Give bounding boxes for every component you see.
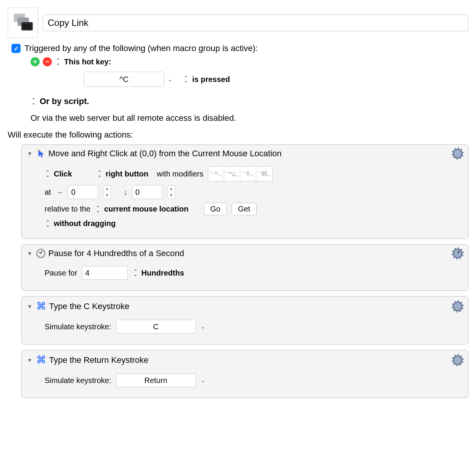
pause-duration-input[interactable] [82, 266, 128, 280]
trigger-type-popup[interactable]: This hot key: [55, 58, 111, 66]
gear-icon[interactable] [453, 301, 463, 311]
macro-name-input[interactable] [43, 14, 468, 31]
simulate-keystroke-label: Simulate keystroke: [45, 322, 111, 331]
script-trigger-popup[interactable]: Or by script. [31, 96, 89, 106]
modifier-shift[interactable]: ⇧ [240, 167, 256, 181]
cursor-click-icon [36, 149, 45, 158]
x-step-up[interactable]: ▲ [103, 186, 111, 192]
disclosure-icon[interactable]: ▼ [27, 250, 32, 256]
x-arrow-icon: → [56, 188, 63, 197]
webserver-note: Or via the web server but all remote acc… [31, 113, 468, 123]
sort-icon [45, 171, 51, 177]
y-step-up[interactable]: ▲ [167, 186, 175, 192]
relative-to-popup[interactable]: current mouse location [95, 205, 188, 213]
x-step-down[interactable]: ▼ [103, 192, 111, 199]
add-trigger-button[interactable]: + [31, 57, 40, 66]
mouse-button-popup[interactable]: right button [96, 170, 148, 178]
hotkey-action-popup[interactable]: is pressed [183, 75, 230, 84]
command-icon: ⌘ [36, 300, 46, 312]
pause-for-label: Pause for [45, 269, 77, 277]
will-execute-label: Will execute the following actions: [8, 130, 468, 140]
gear-icon[interactable] [453, 248, 463, 258]
y-step-down[interactable]: ▼ [167, 192, 175, 199]
keystroke-dropdown-icon[interactable]: ⌄ [201, 377, 205, 383]
sort-icon [96, 171, 103, 177]
action-type-return[interactable]: ▼ ⌘ Type the Return Keystroke Simulate k… [21, 350, 468, 398]
action-move-right-click[interactable]: ▼ Move and Right Click at (0,0) from the… [21, 144, 468, 239]
macro-icon[interactable] [8, 8, 38, 38]
sort-icon [132, 270, 138, 276]
action-type-c[interactable]: ▼ ⌘ Type the C Keystroke Simulate keystr… [21, 296, 468, 345]
y-arrow-icon: ↓ [124, 188, 127, 197]
go-button[interactable]: Go [204, 203, 227, 215]
svg-line-4 [37, 149, 38, 150]
enabled-checkbox[interactable] [11, 44, 21, 53]
action-title: Type the Return Keystroke [49, 355, 453, 365]
hotkey-field[interactable] [84, 72, 164, 87]
svg-rect-3 [23, 24, 31, 29]
modifier-command[interactable]: ⌘ [256, 167, 272, 181]
x-offset-input[interactable] [68, 185, 98, 199]
action-title: Move and Right Click at (0,0) from the C… [48, 149, 453, 159]
drag-popup[interactable]: without dragging [45, 219, 116, 228]
modifier-control[interactable]: ^ [208, 167, 224, 181]
at-label: at [45, 188, 51, 197]
clock-icon [36, 249, 45, 258]
relative-to-label: relative to the [45, 205, 90, 213]
gear-icon[interactable] [453, 149, 463, 159]
get-button[interactable]: Get [232, 203, 257, 215]
simulate-keystroke-label: Simulate keystroke: [45, 376, 111, 385]
disclosure-icon[interactable]: ▼ [27, 151, 32, 157]
disclosure-icon[interactable]: ▼ [27, 357, 32, 363]
action-title: Pause for 4 Hundredths of a Second [48, 248, 453, 258]
with-modifiers-label: with modifiers [157, 170, 203, 178]
sort-icon [55, 59, 61, 65]
sort-icon [183, 76, 189, 82]
y-stepper[interactable]: ▲ ▼ [167, 185, 175, 199]
keystroke-input[interactable] [116, 373, 196, 387]
sort-icon [31, 98, 37, 104]
sort-icon [45, 221, 51, 227]
action-pause[interactable]: ▼ Pause for 4 Hundredths of a Second Pau… [21, 244, 468, 291]
pause-unit-popup[interactable]: Hundredths [132, 269, 184, 277]
x-stepper[interactable]: ▲ ▼ [103, 185, 111, 199]
sort-icon [95, 206, 101, 212]
action-title: Type the C Keystroke [49, 301, 453, 311]
keystroke-dropdown-icon[interactable]: ⌄ [201, 324, 205, 330]
triggered-by-label: Triggered by any of the following (when … [24, 43, 258, 53]
disclosure-icon[interactable]: ▼ [27, 303, 32, 309]
remove-trigger-button[interactable]: − [43, 57, 52, 66]
y-offset-input[interactable] [132, 185, 162, 199]
modifier-option[interactable]: ⌥ [224, 167, 240, 181]
click-kind-popup[interactable]: Click [45, 170, 72, 178]
svg-line-5 [39, 149, 40, 150]
modifiers-selector[interactable]: ^ ⌥ ⇧ ⌘ [208, 166, 273, 181]
gear-icon[interactable] [453, 355, 463, 365]
command-icon: ⌘ [36, 354, 46, 366]
hotkey-dropdown-icon[interactable]: ⌄ [168, 76, 172, 82]
keystroke-input[interactable] [116, 320, 196, 333]
